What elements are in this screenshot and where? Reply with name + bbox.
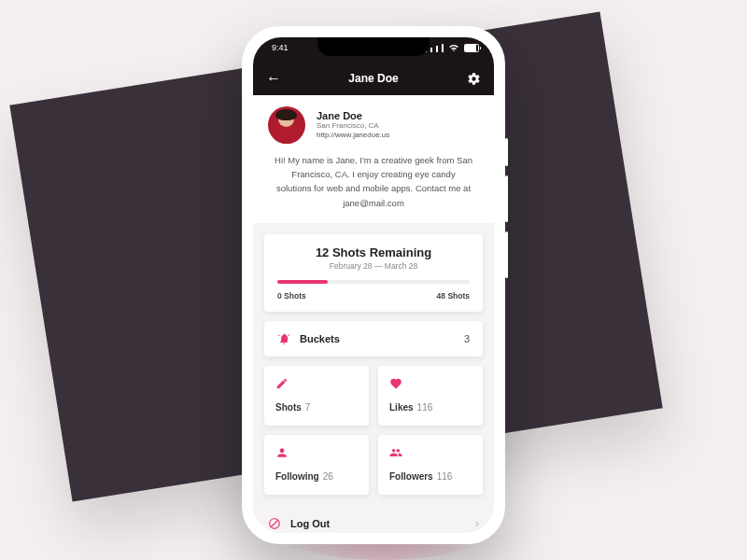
notch — [317, 37, 430, 56]
profile-name: Jane Doe — [317, 110, 389, 121]
screen: 9:41 ← Jane Doe — [253, 37, 494, 533]
shots-remaining-card: 12 Shots Remaining February 28 — March 2… — [264, 234, 483, 312]
buckets-card[interactable]: Buckets 3 — [264, 321, 483, 357]
device-button — [505, 231, 508, 278]
logout-button[interactable]: Log Out › — [253, 506, 494, 533]
page-title: Jane Doe — [348, 72, 398, 85]
stage: 9:41 ← Jane Doe — [0, 0, 747, 560]
device-button — [505, 138, 508, 166]
content: Jane Doe San Francisco, CA http://www.ja… — [253, 95, 494, 533]
shots-period: February 28 — March 28 — [277, 261, 470, 271]
tile-value: 7 — [305, 402, 311, 413]
gear-icon — [467, 72, 481, 86]
profile-url[interactable]: http://www.janedoe.us — [317, 131, 389, 139]
top-bar: 9:41 ← Jane Doe — [253, 37, 494, 95]
device-frame: 9:41 ← Jane Doe — [242, 26, 505, 544]
likes-tile[interactable]: Likes116 — [378, 366, 483, 426]
following-tile[interactable]: Following26 — [264, 435, 369, 495]
battery-icon — [464, 44, 479, 52]
tile-label: Shots — [275, 402, 302, 413]
nav-row: ← Jane Doe — [253, 62, 494, 95]
profile-header: Jane Doe San Francisco, CA http://www.ja… — [253, 95, 494, 223]
tile-value: 26 — [323, 471, 333, 482]
buckets-count: 3 — [464, 333, 470, 344]
shots-tile[interactable]: Shots7 — [264, 366, 369, 426]
back-button[interactable]: ← — [266, 70, 281, 87]
people-icon — [389, 446, 402, 459]
shots-headline: 12 Shots Remaining — [277, 245, 470, 259]
pencil-icon — [275, 377, 289, 390]
device-button — [505, 175, 508, 222]
tile-label: Following — [275, 471, 319, 482]
profile-location: San Francisco, CA — [317, 121, 389, 131]
followers-tile[interactable]: Followers116 — [378, 435, 483, 495]
tile-label: Likes — [389, 402, 414, 413]
settings-button[interactable] — [467, 72, 481, 86]
tile-value: 116 — [437, 471, 453, 482]
logout-label: Log Out — [290, 518, 475, 529]
avatar[interactable] — [268, 106, 305, 144]
progress-min-label: 0 Shots — [277, 291, 306, 301]
profile-bio: Hi! My name is Jane, I'm a creative geek… — [268, 153, 479, 210]
wifi-icon — [449, 45, 458, 52]
tile-value: 116 — [417, 402, 433, 413]
buckets-label: Buckets — [300, 333, 464, 344]
progress-max-label: 48 Shots — [437, 291, 470, 301]
tile-label: Followers — [389, 471, 433, 482]
prohibit-icon — [268, 517, 281, 530]
progress-bar — [277, 280, 328, 284]
bell-icon — [277, 332, 290, 345]
chevron-right-icon: › — [475, 517, 479, 530]
status-time: 9:41 — [272, 43, 289, 52]
status-indicators — [425, 44, 479, 52]
person-icon — [275, 446, 289, 459]
heart-icon — [389, 377, 402, 390]
progress-track — [277, 280, 470, 284]
